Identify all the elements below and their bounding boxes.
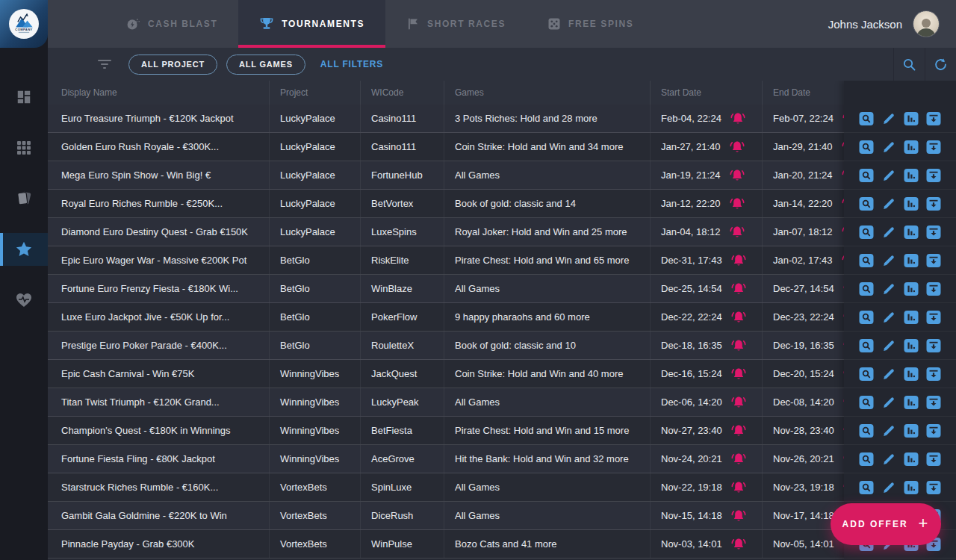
- all-filters-link[interactable]: ALL FILTERS: [320, 59, 383, 69]
- table-row[interactable]: Starstruck Riches Rumble - €160K... Vort…: [48, 473, 956, 502]
- col-header-project[interactable]: Project: [269, 81, 360, 105]
- bell-icon[interactable]: [731, 481, 746, 494]
- bell-icon[interactable]: [731, 282, 746, 296]
- stats-button[interactable]: [904, 338, 919, 353]
- view-button[interactable]: [859, 480, 874, 495]
- all-games-pill[interactable]: ALL GAMES: [226, 55, 305, 75]
- view-button[interactable]: [859, 338, 874, 353]
- bell-icon[interactable]: [731, 424, 746, 438]
- add-offer-button[interactable]: ADD OFFER +: [831, 503, 941, 545]
- export-button[interactable]: [926, 253, 941, 268]
- export-button[interactable]: [926, 452, 941, 467]
- col-header-start-date[interactable]: Start Date: [650, 81, 762, 105]
- search-button[interactable]: [893, 48, 925, 81]
- stats-button[interactable]: [904, 140, 919, 155]
- stats-button[interactable]: [904, 367, 919, 382]
- refresh-button[interactable]: [925, 48, 956, 81]
- stats-button[interactable]: [904, 310, 919, 325]
- view-button[interactable]: [859, 281, 874, 296]
- table-row[interactable]: Titan Twist Triumph - €120K Grand... Win…: [48, 388, 956, 417]
- bell-icon[interactable]: [731, 396, 746, 409]
- sidebar-item-favorites[interactable]: [0, 233, 48, 266]
- stats-button[interactable]: [904, 253, 919, 268]
- edit-button[interactable]: [881, 140, 896, 155]
- export-button[interactable]: [926, 423, 941, 438]
- export-button[interactable]: [926, 281, 941, 296]
- stats-button[interactable]: [904, 225, 919, 240]
- table-row[interactable]: Mega Euro Spin Show - Win Big! € LuckyPa…: [48, 161, 956, 190]
- stats-button[interactable]: [904, 395, 919, 410]
- edit-button[interactable]: [881, 111, 896, 126]
- export-button[interactable]: [926, 140, 941, 155]
- bell-icon[interactable]: [731, 311, 746, 324]
- table-row[interactable]: Gambit Gala Goldmine - €220K to Win Vort…: [48, 502, 956, 530]
- edit-button[interactable]: [881, 253, 896, 268]
- stats-button[interactable]: [904, 480, 919, 495]
- export-button[interactable]: [926, 310, 941, 325]
- view-button[interactable]: [859, 395, 874, 410]
- edit-button[interactable]: [881, 367, 896, 382]
- col-header-games[interactable]: Games: [444, 81, 650, 105]
- export-button[interactable]: [926, 338, 941, 353]
- export-button[interactable]: [926, 395, 941, 410]
- table-row[interactable]: Euro Treasure Triumph - €120K Jackpot Lu…: [48, 105, 956, 133]
- table-row[interactable]: Royal Euro Riches Rumble - €250K... Luck…: [48, 190, 956, 218]
- bell-icon[interactable]: [731, 367, 746, 381]
- table-row[interactable]: Pinnacle Payday - Grab €300K VortexBets …: [48, 530, 956, 559]
- table-row[interactable]: Golden Euro Rush Royale - €300K... Lucky…: [48, 133, 956, 161]
- view-button[interactable]: [859, 452, 874, 467]
- sidebar-item-health[interactable]: [0, 284, 48, 317]
- export-button[interactable]: [926, 111, 941, 126]
- tab-tournaments[interactable]: TOURNAMENTS: [238, 0, 385, 48]
- sidebar-item-cards[interactable]: [0, 182, 48, 215]
- bell-icon[interactable]: [731, 538, 746, 551]
- table-row[interactable]: Luxe Euro Jackpot Jive - €50K Up for... …: [48, 303, 956, 332]
- col-header-display-name[interactable]: Display Name: [48, 81, 269, 105]
- bell-icon[interactable]: [731, 452, 746, 466]
- export-button[interactable]: [926, 196, 941, 211]
- edit-button[interactable]: [881, 281, 896, 296]
- edit-button[interactable]: [881, 395, 896, 410]
- stats-button[interactable]: [904, 452, 919, 467]
- view-button[interactable]: [859, 111, 874, 126]
- table-row[interactable]: Diamond Euro Destiny Quest - Grab €150K …: [48, 218, 956, 246]
- stats-button[interactable]: [904, 196, 919, 211]
- export-button[interactable]: [926, 480, 941, 495]
- table-row[interactable]: Epic Cash Carnival - Win €75K WinningVib…: [48, 360, 956, 388]
- funnel-icon[interactable]: [97, 59, 112, 69]
- tab-short-races[interactable]: SHORT RACES: [385, 0, 527, 48]
- table-row[interactable]: Prestige Euro Poker Parade - €400K... Be…: [48, 332, 956, 360]
- bell-icon[interactable]: [730, 140, 745, 154]
- bell-icon[interactable]: [731, 509, 746, 523]
- view-button[interactable]: [859, 196, 874, 211]
- edit-button[interactable]: [881, 310, 896, 325]
- bell-icon[interactable]: [730, 169, 745, 182]
- view-button[interactable]: [859, 310, 874, 325]
- stats-button[interactable]: [904, 168, 919, 183]
- sidebar-item-dashboard[interactable]: [0, 81, 48, 113]
- view-button[interactable]: [859, 253, 874, 268]
- edit-button[interactable]: [881, 452, 896, 467]
- view-button[interactable]: [859, 168, 874, 183]
- export-button[interactable]: [926, 168, 941, 183]
- edit-button[interactable]: [881, 196, 896, 211]
- edit-button[interactable]: [881, 423, 896, 438]
- edit-button[interactable]: [881, 480, 896, 495]
- all-project-pill[interactable]: ALL PROJECT: [128, 55, 217, 75]
- table-row[interactable]: Epic Euro Wager War - Massive €200K Pot …: [48, 246, 956, 275]
- bell-icon[interactable]: [730, 112, 745, 125]
- export-button[interactable]: [926, 225, 941, 240]
- bell-icon[interactable]: [730, 197, 745, 211]
- view-button[interactable]: [859, 225, 874, 240]
- stats-button[interactable]: [904, 111, 919, 126]
- edit-button[interactable]: [881, 338, 896, 353]
- edit-button[interactable]: [881, 168, 896, 183]
- view-button[interactable]: [859, 140, 874, 155]
- table-row[interactable]: Fortune Fiesta Fling - €80K Jackpot Winn…: [48, 445, 956, 473]
- company-logo[interactable]: COMPANY: [0, 0, 48, 48]
- col-header-wicode[interactable]: WICode: [360, 81, 444, 105]
- view-button[interactable]: [859, 423, 874, 438]
- bell-icon[interactable]: [731, 254, 746, 267]
- bell-icon[interactable]: [730, 225, 745, 239]
- user-avatar[interactable]: [913, 10, 940, 37]
